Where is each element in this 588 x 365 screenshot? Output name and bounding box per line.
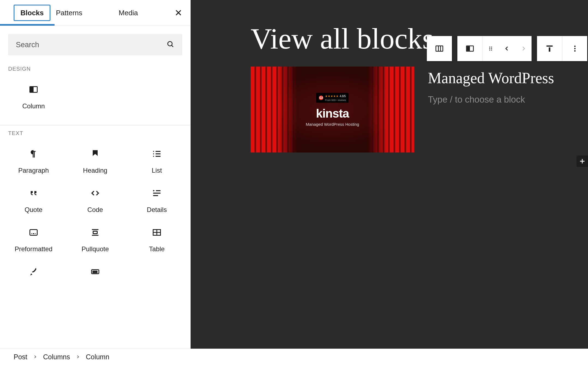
tab-patterns-label: Patterns <box>56 9 82 17</box>
svg-point-14 <box>31 233 32 234</box>
design-grid: Column <box>0 75 190 125</box>
chevron-right-icon <box>76 353 80 361</box>
rating-value: 4.8/5 <box>340 94 346 97</box>
svg-point-42 <box>491 50 492 50</box>
crumb-column[interactable]: Column <box>86 353 109 361</box>
block-preformatted[interactable]: Preformatted <box>3 220 64 260</box>
block-inserter: Blocks Patterns Media ✕ <box>0 0 191 349</box>
add-block-button[interactable] <box>577 155 588 167</box>
svg-rect-43 <box>547 46 553 47</box>
block-preformatted-label: Preformatted <box>15 245 53 253</box>
svg-rect-13 <box>30 230 37 235</box>
rating-badge: G2 ★★★★★ 4.8/5 From 600+ reviews <box>316 93 349 103</box>
crumb-columns[interactable]: Columns <box>43 353 70 361</box>
block-list-label: List <box>152 167 162 174</box>
brand-logo: kinsta <box>306 106 359 120</box>
more-options-button[interactable] <box>562 36 587 61</box>
svg-point-29 <box>94 272 95 273</box>
svg-line-1 <box>172 45 173 47</box>
block-verse[interactable] <box>3 260 64 291</box>
svg-point-25 <box>94 271 95 271</box>
column-block-selected[interactable]: Managed WordPress Type / to choose a blo… <box>428 67 572 105</box>
search-icon <box>166 40 175 49</box>
block-type-column-button[interactable] <box>457 36 482 61</box>
search-input[interactable] <box>16 41 166 49</box>
svg-point-26 <box>95 271 96 271</box>
block-table-label: Table <box>149 245 164 253</box>
svg-rect-36 <box>467 47 470 50</box>
empty-paragraph-placeholder[interactable]: Type / to choose a block <box>428 94 572 105</box>
verse-icon <box>29 267 38 277</box>
block-table[interactable]: Table <box>126 220 188 260</box>
tab-media[interactable]: Media <box>112 0 161 26</box>
list-icon <box>152 149 162 159</box>
svg-point-31 <box>97 272 97 273</box>
svg-point-16 <box>35 233 36 234</box>
toolbar-parent-group <box>427 36 452 61</box>
select-parent-columns-button[interactable] <box>427 36 452 61</box>
block-pullquote-label: Pullquote <box>82 245 109 253</box>
block-code-label: Code <box>87 206 103 214</box>
block-details[interactable]: Details <box>126 181 188 220</box>
toolbar-align-group <box>537 36 587 61</box>
pullquote-icon <box>90 227 100 238</box>
quote-icon <box>29 188 38 198</box>
svg-rect-44 <box>549 47 550 52</box>
svg-point-37 <box>489 47 490 47</box>
toolbar-nav-group <box>457 36 532 61</box>
column-icon <box>29 84 38 95</box>
block-details-label: Details <box>147 206 167 214</box>
paragraph-icon <box>29 149 38 159</box>
block-quote[interactable]: Quote <box>3 181 64 220</box>
editor-root: Blocks Patterns Media ✕ <box>0 0 588 349</box>
search-box[interactable] <box>8 34 182 55</box>
block-classic[interactable] <box>64 260 126 291</box>
block-paragraph[interactable]: Paragraph <box>3 142 64 181</box>
tab-patterns[interactable]: Patterns <box>55 0 112 26</box>
block-toolbar <box>427 36 587 61</box>
block-code[interactable]: Code <box>64 181 126 220</box>
block-breadcrumb: Post Columns Column <box>0 349 588 365</box>
crumb-post[interactable]: Post <box>14 353 27 361</box>
tab-blocks-label: Blocks <box>14 5 50 21</box>
block-list[interactable]: List <box>126 142 188 181</box>
svg-point-46 <box>574 48 575 49</box>
svg-rect-3 <box>31 88 33 92</box>
svg-point-45 <box>574 46 575 47</box>
inserter-tabs: Blocks Patterns Media ✕ <box>0 0 190 26</box>
details-icon <box>152 188 162 198</box>
active-tab-indicator <box>0 24 55 26</box>
stars-icon: ★★★★★ <box>325 94 339 97</box>
block-column[interactable]: Column <box>3 77 64 117</box>
heading-icon <box>90 149 100 159</box>
g2-icon: G2 <box>319 95 323 100</box>
svg-point-41 <box>489 50 490 50</box>
block-paragraph-label: Paragraph <box>18 167 49 174</box>
block-heading-label: Heading <box>83 167 107 174</box>
svg-point-30 <box>95 272 96 273</box>
image-block[interactable]: G2 ★★★★★ 4.8/5 From 600+ reviews kinsta … <box>251 67 414 152</box>
heading-block[interactable]: Managed WordPress <box>428 69 572 87</box>
svg-point-27 <box>97 271 97 271</box>
svg-point-39 <box>489 48 490 49</box>
svg-point-28 <box>93 272 93 273</box>
chevron-right-icon <box>33 353 38 361</box>
drag-handle[interactable] <box>482 36 499 61</box>
block-heading[interactable]: Heading <box>64 142 126 181</box>
rating-sub: From 600+ reviews <box>325 98 346 101</box>
editor-canvas[interactable]: View all blocks G2 ★★★★★ 4.8/5 From 600+… <box>191 0 588 349</box>
svg-point-0 <box>168 41 172 46</box>
brand-tagline: Managed WordPress Hosting <box>306 122 359 126</box>
close-inserter-button[interactable]: ✕ <box>175 7 182 18</box>
svg-point-40 <box>491 48 492 49</box>
table-icon <box>152 227 162 238</box>
text-section-title: TEXT <box>0 125 190 139</box>
svg-point-24 <box>93 271 93 271</box>
preformatted-icon <box>29 227 38 238</box>
move-right-button <box>515 36 532 61</box>
block-pullquote[interactable]: Pullquote <box>64 220 126 260</box>
svg-point-38 <box>491 47 492 47</box>
move-left-button[interactable] <box>499 36 515 61</box>
tab-blocks[interactable]: Blocks <box>0 0 55 26</box>
vertical-align-button[interactable] <box>537 36 562 61</box>
